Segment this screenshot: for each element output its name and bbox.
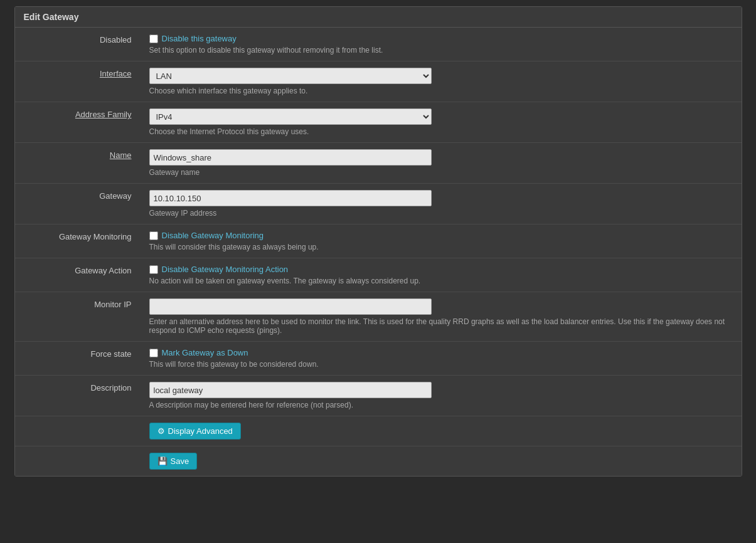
description-content: A description may be entered here for re… [141,376,742,416]
name-input[interactable] [149,149,432,166]
force-state-checkbox-label: Mark Gateway as Down [162,348,248,357]
gateway-action-label: Gateway Action [15,258,141,292]
save-label: Save [171,456,189,466]
gateway-monitoring-checkbox-label: Disable Gateway Monitoring [162,231,264,240]
interface-row: Interface LAN WAN OPT1 Choose which inte… [15,61,742,102]
gateway-monitoring-label: Gateway Monitoring [15,224,141,258]
force-state-row: Force state Mark Gateway as Down This wi… [15,342,742,376]
gateway-monitoring-checkbox[interactable] [149,231,158,240]
gateway-action-checkbox-row: Disable Gateway Monitoring Action [149,265,733,274]
disabled-label: Disabled [15,28,141,61]
gateway-monitoring-checkbox-row: Disable Gateway Monitoring [149,231,733,240]
address-family-select[interactable]: IPv4 IPv6 [149,108,432,125]
description-help: A description may be entered here for re… [149,401,733,409]
name-help: Gateway name [149,168,733,177]
gateway-action-checkbox[interactable] [149,265,158,274]
floppy-icon [157,456,168,466]
gateway-input[interactable] [149,190,432,206]
address-family-label[interactable]: Address Family [15,102,141,143]
address-family-help: Choose the Internet Protocol this gatewa… [149,127,733,136]
description-input[interactable] [149,382,432,398]
interface-content: LAN WAN OPT1 Choose which interface this… [141,61,742,102]
disabled-row: Disabled Disable this gateway Set this o… [15,28,742,61]
description-row: Description A description may be entered… [15,376,742,416]
gateway-monitoring-content: Disable Gateway Monitoring This will con… [141,224,742,258]
gateway-row: Gateway Gateway IP address [15,184,742,224]
gateway-action-checkbox-label: Disable Gateway Monitoring Action [162,265,289,274]
form-table: Disabled Disable this gateway Set this o… [15,28,742,476]
name-content: Gateway name [141,143,742,184]
name-label[interactable]: Name [15,143,141,184]
disabled-checkbox-label: Disable this gateway [162,34,237,43]
panel-header: Edit Gateway [15,7,742,28]
gateway-action-row: Gateway Action Disable Gateway Monitorin… [15,258,742,292]
gear-icon [157,426,165,436]
page-wrapper: Edit Gateway Disabled Disable this gatew… [8,0,748,483]
disabled-checkbox[interactable] [149,34,158,43]
gateway-monitoring-row: Gateway Monitoring Disable Gateway Monit… [15,224,742,258]
description-label: Description [15,376,141,416]
gateway-action-help: No action will be taken on gateway event… [149,277,733,285]
disabled-help: Set this option to disable this gateway … [149,46,733,55]
advanced-content: Display Advanced [141,416,742,446]
interface-help: Choose which interface this gateway appl… [149,87,733,95]
save-row: Save [15,446,742,477]
advanced-row: Display Advanced [15,416,742,446]
edit-gateway-panel: Edit Gateway Disabled Disable this gatew… [14,6,742,477]
address-family-content: IPv4 IPv6 Choose the Internet Protocol t… [141,102,742,143]
display-advanced-label: Display Advanced [168,426,233,436]
force-state-checkbox-row: Mark Gateway as Down [149,348,733,357]
monitor-ip-input[interactable] [149,298,432,315]
disabled-content: Disable this gateway Set this option to … [141,28,742,61]
interface-select[interactable]: LAN WAN OPT1 [149,68,432,84]
force-state-checkbox[interactable] [149,349,158,357]
monitor-ip-label: Monitor IP [15,292,141,342]
display-advanced-button[interactable]: Display Advanced [149,423,241,440]
disabled-checkbox-row: Disable this gateway [149,34,733,43]
force-state-label: Force state [15,342,141,376]
force-state-content: Mark Gateway as Down This will force thi… [141,342,742,376]
gateway-content: Gateway IP address [141,184,742,224]
gateway-action-content: Disable Gateway Monitoring Action No act… [141,258,742,292]
address-family-row: Address Family IPv4 IPv6 Choose the Inte… [15,102,742,143]
interface-label[interactable]: Interface [15,61,141,102]
save-content: Save [141,446,742,477]
gateway-help: Gateway IP address [149,209,733,218]
monitor-ip-help: Enter an alternative address here to be … [149,317,733,335]
force-state-help: This will force this gateway to be consi… [149,360,733,369]
save-button[interactable]: Save [149,453,198,470]
name-row: Name Gateway name [15,143,742,184]
panel-title: Edit Gateway [24,12,79,22]
gateway-monitoring-help: This will consider this gateway as alway… [149,243,733,251]
gateway-label: Gateway [15,184,141,224]
monitor-ip-content: Enter an alternative address here to be … [141,292,742,342]
monitor-ip-row: Monitor IP Enter an alternative address … [15,292,742,342]
